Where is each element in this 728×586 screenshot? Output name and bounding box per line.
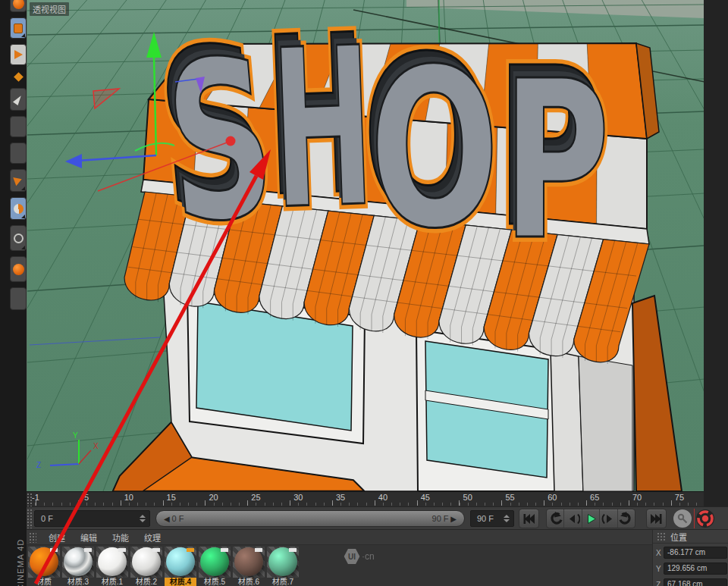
material-menu-item[interactable]: 创建 [41, 531, 73, 544]
material-tile-2[interactable]: 材质.3 [62, 547, 94, 586]
sign-letter-P: PPPPP [496, 20, 610, 288]
viewport-canvas[interactable]: SSSSSHHHHHOOOOOPPPPP Y Z X [27, 0, 704, 491]
material-menu-grip[interactable] [29, 532, 36, 543]
polygon-mode-slot-icon[interactable] [10, 143, 27, 164]
points-mode-tool-icon[interactable] [10, 88, 27, 111]
go-to-start-button[interactable] [519, 509, 539, 528]
material-layer-tag [118, 548, 126, 552]
material-name-label[interactable]: 材质.6 [233, 578, 265, 586]
svg-text:P: P [503, 33, 610, 288]
current-frame-stepper[interactable] [140, 511, 147, 526]
next-frame-button[interactable] [600, 509, 617, 528]
material-thumbnail[interactable] [96, 547, 128, 578]
material-tile-8[interactable]: 材质.7 [267, 547, 299, 586]
material-thumbnail[interactable] [267, 547, 299, 578]
edge-mode-slot-icon[interactable] [10, 116, 27, 137]
range-end-cap: 90 F ▶ [432, 514, 457, 523]
go-to-end-button[interactable] [646, 509, 667, 528]
coordinates-panel: 位置 X -86.177 cm Y 129.656 cm Z 67.168 cm [652, 530, 728, 586]
material-thumbnail[interactable] [130, 547, 162, 578]
perspective-viewport[interactable]: SSSSSHHHHHOOOOOPPPPP Y Z X [27, 0, 704, 491]
material-menu-item[interactable]: 功能 [105, 531, 136, 544]
material-sphere-tool-icon[interactable] [10, 0, 27, 12]
keyframe-selection-button[interactable] [673, 509, 692, 528]
material-tile-3[interactable]: 材质.1 [96, 547, 128, 586]
material-menu-bar: 创建编辑功能纹理 [27, 530, 652, 545]
coordinates-grip[interactable] [657, 532, 666, 541]
arrow-glyph-icon [13, 175, 24, 186]
sphere-glyph-icon [13, 264, 24, 275]
previous-key-button[interactable] [547, 509, 564, 528]
material-layer-tag [255, 548, 262, 552]
end-frame-field[interactable]: 90 F [470, 510, 514, 527]
x-position-field[interactable]: -86.177 cm [664, 547, 727, 559]
cinema4d-brand-label: CINEMA 4D [16, 530, 25, 586]
animation-and-materials-panel: -151015202530354045505560657075 0 F ◀ 0 … [27, 491, 728, 586]
material-tile-7[interactable]: 材质.6 [233, 547, 265, 586]
material-name-label[interactable]: 材质.2 [130, 578, 162, 586]
material-name-label[interactable]: 材质.7 [267, 578, 299, 586]
extra-tool-slot-icon[interactable] [10, 287, 27, 310]
material-tile-6[interactable]: 材质.5 [199, 547, 231, 586]
z-label: Z [656, 581, 664, 586]
axis-mode-tool-icon[interactable] [10, 71, 27, 83]
material-menu-item[interactable]: 编辑 [73, 531, 105, 544]
current-frame-field[interactable]: 0 F [34, 510, 150, 527]
material-tile-1[interactable]: 材质 [28, 547, 60, 586]
material-layer-tag [221, 548, 228, 552]
material-name-label[interactable]: 材质.5 [199, 578, 231, 586]
material-name-label[interactable]: 材质 [28, 578, 60, 586]
material-thumbnail[interactable] [233, 547, 265, 578]
rotate-tool-icon[interactable] [10, 197, 27, 220]
material-name-label[interactable]: 材质.3 [62, 578, 94, 586]
ruler-frame-label: 45 [421, 493, 430, 502]
render-tool-icon[interactable] [10, 256, 27, 282]
timeline-ruler[interactable]: -151015202530354045505560657075 [27, 491, 704, 506]
autokey-indicator-line [694, 509, 695, 528]
x-axis-handle[interactable] [226, 136, 236, 146]
y-position-field[interactable]: 129.656 cm [664, 562, 727, 575]
material-layer-tag [84, 548, 92, 552]
sphere-glyph-icon [13, 0, 24, 9]
material-name-label[interactable]: 材质.4 [165, 578, 196, 586]
material-layer-tag [187, 548, 194, 552]
y-label: Y [656, 565, 664, 573]
ruler-frame-label: 30 [293, 493, 303, 502]
svg-text:Y: Y [73, 431, 78, 440]
coordinates-title: 位置 [670, 531, 687, 543]
record-keyframe-button[interactable] [696, 509, 714, 528]
record-icon [696, 509, 714, 528]
material-menu-item[interactable]: 纹理 [136, 531, 168, 544]
material-thumbnail[interactable] [62, 547, 94, 578]
material-thumbnail[interactable] [28, 547, 60, 578]
material-thumbnail[interactable] [199, 547, 231, 578]
move-tool-icon[interactable] [10, 169, 27, 192]
play-button[interactable] [582, 509, 600, 528]
right-panel-edge [704, 0, 728, 491]
material-layer-tag [152, 548, 160, 552]
material-thumbnail[interactable] [165, 547, 196, 578]
tool-column [10, 0, 27, 310]
end-frame-stepper[interactable] [504, 511, 511, 526]
scale-tool-icon[interactable] [10, 225, 27, 251]
ruler-frame-label: 55 [505, 493, 514, 502]
range-start-cap: ◀ 0 F [164, 514, 184, 523]
material-name-label[interactable]: 材质.1 [96, 578, 128, 586]
cube-primitive-tool-icon[interactable] [10, 17, 27, 39]
sweep-glyph-icon [14, 204, 24, 214]
material-tile-5[interactable]: 材质.4 [165, 547, 196, 586]
previous-frame-button[interactable] [564, 509, 582, 528]
svg-text:X: X [93, 442, 99, 450]
left-toolbar-rail: CINEMA 4D [0, 0, 27, 586]
current-frame-value: 0 F [41, 514, 53, 523]
transport-grip[interactable] [27, 509, 33, 528]
next-key-button[interactable] [618, 509, 635, 528]
ring-glyph-icon [14, 233, 24, 243]
ruler-frame-label: 70 [632, 493, 642, 502]
viewport-name-menu[interactable]: 透视视图 [30, 2, 69, 16]
preview-range-slider[interactable]: ◀ 0 F 90 F ▶ [155, 510, 465, 527]
material-tile-4[interactable]: 材质.2 [130, 547, 162, 586]
ruler-frame-label: 5 [84, 493, 89, 502]
z-position-field[interactable]: 67.168 cm [664, 578, 727, 586]
model-mode-tool-icon[interactable] [10, 44, 27, 65]
